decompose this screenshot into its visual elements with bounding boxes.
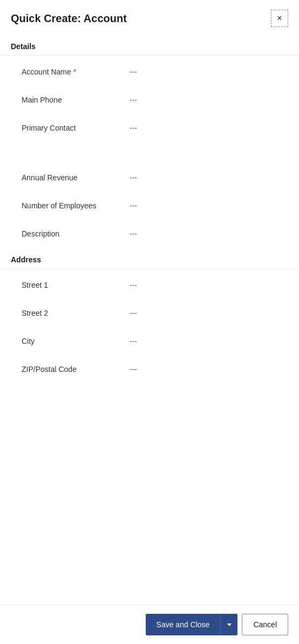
main-phone-label: Main Phone bbox=[22, 96, 130, 104]
street-2-row: Street 2 --- bbox=[0, 299, 299, 327]
panel-header: Quick Create: Account × bbox=[0, 0, 299, 35]
annual-revenue-value[interactable]: --- bbox=[130, 173, 288, 182]
description-row: Description --- bbox=[0, 220, 299, 248]
quick-create-panel: Quick Create: Account × Details Account … bbox=[0, 0, 299, 644]
address-section-header: Address bbox=[0, 248, 299, 269]
required-star: * bbox=[73, 67, 76, 76]
close-button[interactable]: × bbox=[271, 10, 288, 27]
panel-content: Details Account Name * --- Main Phone --… bbox=[0, 35, 299, 605]
details-section-header: Details bbox=[0, 35, 299, 56]
city-value[interactable]: --- bbox=[130, 337, 288, 345]
primary-contact-value[interactable]: --- bbox=[130, 124, 288, 132]
primary-contact-row: Primary Contact --- bbox=[0, 114, 299, 142]
street-1-row: Street 1 --- bbox=[0, 271, 299, 299]
save-close-dropdown-button[interactable] bbox=[220, 614, 237, 635]
account-name-value[interactable]: --- bbox=[130, 67, 288, 76]
account-name-label: Account Name * bbox=[22, 67, 130, 76]
number-of-employees-row: Number of Employees --- bbox=[0, 192, 299, 220]
street-1-value[interactable]: --- bbox=[130, 281, 288, 289]
spacer bbox=[0, 142, 299, 164]
zip-postal-code-row: ZIP/Postal Code --- bbox=[0, 355, 299, 383]
annual-revenue-row: Annual Revenue --- bbox=[0, 164, 299, 192]
description-label: Description bbox=[22, 229, 130, 238]
main-phone-value[interactable]: --- bbox=[130, 96, 288, 104]
chevron-down-icon bbox=[227, 623, 232, 626]
primary-contact-label: Primary Contact bbox=[22, 124, 130, 132]
city-label: City bbox=[22, 337, 130, 345]
street-2-value[interactable]: --- bbox=[130, 309, 288, 317]
main-phone-row: Main Phone --- bbox=[0, 86, 299, 114]
panel-footer: Save and Close Cancel bbox=[0, 605, 299, 644]
cancel-button[interactable]: Cancel bbox=[242, 614, 288, 635]
street-2-label: Street 2 bbox=[22, 309, 130, 317]
street-1-label: Street 1 bbox=[22, 281, 130, 289]
number-of-employees-value[interactable]: --- bbox=[130, 201, 288, 210]
number-of-employees-label: Number of Employees bbox=[22, 201, 130, 210]
zip-postal-code-label: ZIP/Postal Code bbox=[22, 365, 130, 374]
annual-revenue-label: Annual Revenue bbox=[22, 173, 130, 182]
city-row: City --- bbox=[0, 327, 299, 355]
description-value[interactable]: --- bbox=[130, 229, 288, 238]
save-and-close-button[interactable]: Save and Close bbox=[146, 614, 221, 635]
account-name-row: Account Name * --- bbox=[0, 58, 299, 86]
zip-postal-code-value[interactable]: --- bbox=[130, 365, 288, 374]
panel-title: Quick Create: Account bbox=[11, 12, 127, 25]
